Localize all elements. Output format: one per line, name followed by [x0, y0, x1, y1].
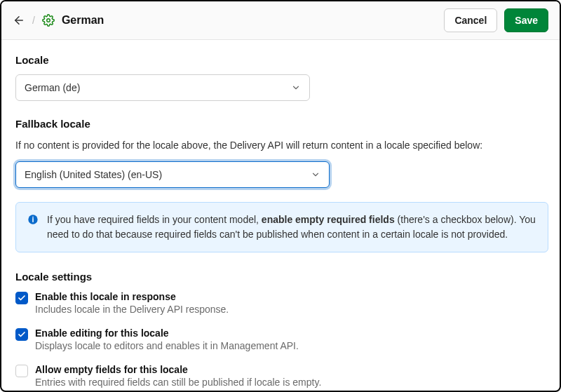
fallback-section-title: Fallback locale	[15, 118, 546, 130]
locale-section-title: Locale	[15, 54, 546, 66]
info-banner: If you have required fields in your cont…	[15, 202, 548, 252]
info-icon	[27, 214, 39, 242]
setting-label: Enable editing for this locale	[35, 327, 299, 339]
svg-point-4	[32, 217, 34, 218]
setting-row: Enable editing for this localeDisplays l…	[15, 327, 546, 351]
setting-label: Enable this locale in response	[35, 291, 229, 302]
fallback-select-value: English (United States) (en-US)	[25, 169, 162, 180]
locale-select-value: German (de)	[25, 82, 80, 93]
settings-section-title: Locale settings	[15, 271, 546, 283]
cancel-button[interactable]: Cancel	[444, 8, 497, 32]
svg-point-1	[47, 19, 50, 22]
chevron-down-icon	[311, 170, 320, 180]
breadcrumb-separator: /	[32, 15, 35, 26]
locale-select[interactable]: German (de)	[15, 74, 310, 101]
setting-row: Enable this locale in responseIncludes l…	[15, 291, 546, 315]
checkbox[interactable]	[15, 292, 28, 304]
back-arrow-icon[interactable]	[13, 14, 25, 27]
settings-list: Enable this locale in responseIncludes l…	[15, 291, 546, 388]
setting-description: Displays locale to editors and enables i…	[35, 340, 299, 351]
chevron-down-icon	[291, 83, 301, 93]
info-text: If you have required fields in your cont…	[47, 212, 536, 242]
header-left: / German	[13, 14, 104, 27]
checkbox[interactable]	[15, 328, 28, 341]
header-actions: Cancel Save	[444, 8, 548, 32]
gear-icon	[42, 14, 55, 27]
page-title: German	[62, 14, 104, 27]
save-button[interactable]: Save	[504, 8, 548, 32]
setting-row: Allow empty fields for this localeEntrie…	[15, 364, 546, 388]
setting-description: Includes locale in the Delivery API resp…	[35, 304, 229, 315]
checkbox[interactable]	[15, 365, 28, 377]
setting-label: Allow empty fields for this locale	[35, 364, 321, 375]
content: Locale German (de) Fallback locale If no…	[1, 40, 560, 392]
page-header: / German Cancel Save	[1, 1, 560, 40]
fallback-locale-select[interactable]: English (United States) (en-US)	[15, 161, 330, 188]
fallback-description: If no content is provided for the locale…	[15, 138, 546, 153]
setting-description: Entries with required fields can still b…	[35, 377, 321, 388]
